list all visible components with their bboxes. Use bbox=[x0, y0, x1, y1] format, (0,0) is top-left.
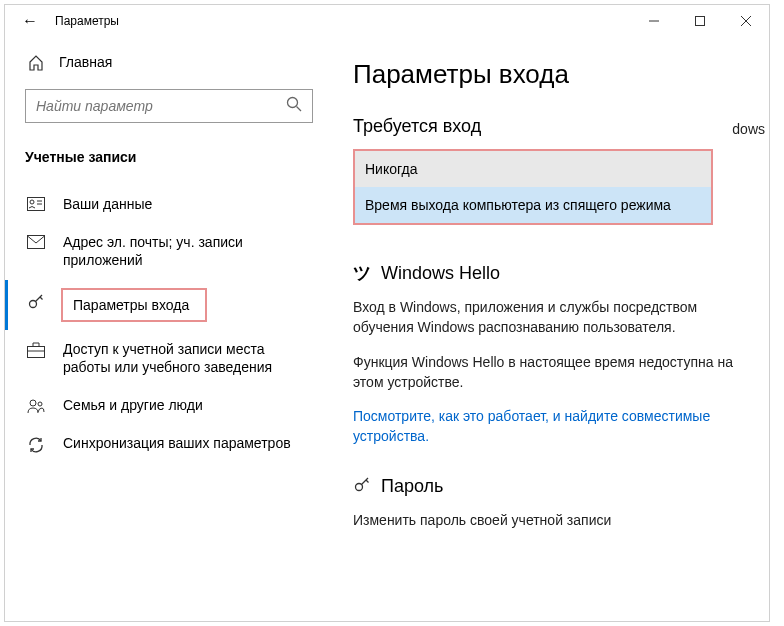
hello-learn-more-link[interactable]: Посмотрите, как это работает, и найдите … bbox=[353, 406, 749, 447]
svg-point-17 bbox=[38, 402, 42, 406]
home-link[interactable]: Главная bbox=[27, 53, 333, 71]
password-heading-text: Пароль bbox=[381, 476, 443, 497]
obscured-text: dows bbox=[732, 121, 765, 137]
sidebar-section-title: Учетные записи bbox=[25, 149, 333, 165]
close-button[interactable] bbox=[723, 5, 769, 37]
nav-label: Доступ к учетной записи места работы или… bbox=[63, 340, 313, 376]
sync-icon bbox=[27, 436, 45, 454]
home-icon bbox=[27, 55, 45, 71]
signin-required-dropdown[interactable]: dows Никогда Время выхода компьютера из … bbox=[353, 149, 713, 225]
highlighted-nav: Параметры входа bbox=[61, 288, 207, 322]
nav-label: Ваши данные bbox=[63, 195, 152, 213]
windows-hello-heading: ツ Windows Hello bbox=[353, 261, 749, 285]
svg-point-4 bbox=[288, 98, 298, 108]
key-icon bbox=[353, 475, 371, 498]
nav-label: Семья и другие люди bbox=[63, 396, 203, 414]
sidebar-item-signin-options[interactable]: Параметры входа bbox=[5, 280, 333, 330]
briefcase-icon bbox=[27, 342, 45, 358]
sidebar-item-work-access[interactable]: Доступ к учетной записи места работы или… bbox=[25, 330, 333, 386]
maximize-button[interactable] bbox=[677, 5, 723, 37]
password-section: Пароль Изменить пароль своей учетной зап… bbox=[353, 475, 749, 530]
password-description: Изменить пароль своей учетной записи bbox=[353, 510, 749, 530]
settings-window: ← Параметры Главная bbox=[4, 4, 770, 622]
search-input[interactable] bbox=[36, 98, 286, 114]
sidebar-item-family[interactable]: Семья и другие люди bbox=[25, 386, 333, 424]
sidebar-item-email-accounts[interactable]: Адрес эл. почты; уч. записи приложений bbox=[25, 223, 333, 279]
hello-heading-text: Windows Hello bbox=[381, 263, 500, 284]
minimize-button[interactable] bbox=[631, 5, 677, 37]
svg-point-16 bbox=[30, 400, 36, 406]
sidebar-item-your-info[interactable]: Ваши данные bbox=[25, 185, 333, 223]
key-icon bbox=[27, 292, 45, 310]
search-box[interactable] bbox=[25, 89, 313, 123]
page-title: Параметры входа bbox=[353, 59, 749, 90]
svg-point-11 bbox=[30, 300, 37, 307]
home-label: Главная bbox=[59, 54, 112, 70]
main-panel: Параметры входа Требуется вход dows Нико… bbox=[333, 37, 769, 621]
sidebar-item-sync[interactable]: Синхронизация ваших параметров bbox=[25, 424, 333, 464]
titlebar: ← Параметры bbox=[5, 5, 769, 37]
svg-rect-10 bbox=[28, 236, 45, 249]
smiley-icon: ツ bbox=[353, 261, 371, 285]
password-heading: Пароль bbox=[353, 475, 749, 498]
signin-required-section: Требуется вход dows Никогда Время выхода… bbox=[353, 116, 749, 225]
svg-line-5 bbox=[297, 107, 302, 112]
svg-rect-14 bbox=[28, 346, 45, 357]
search-icon bbox=[286, 96, 302, 116]
svg-line-13 bbox=[40, 297, 43, 300]
nav-label: Синхронизация ваших параметров bbox=[63, 434, 291, 452]
svg-point-7 bbox=[30, 200, 34, 204]
dropdown-option-wake[interactable]: Время выхода компьютера из спящего режим… bbox=[355, 187, 711, 223]
id-card-icon bbox=[27, 197, 45, 211]
hello-unavailable: Функция Windows Hello в настоящее время … bbox=[353, 352, 749, 393]
svg-line-20 bbox=[366, 480, 369, 483]
back-button[interactable]: ← bbox=[15, 12, 45, 30]
people-icon bbox=[27, 398, 45, 414]
window-title: Параметры bbox=[55, 14, 119, 28]
dropdown-option-never[interactable]: Никогда bbox=[355, 151, 711, 187]
nav-label: Адрес эл. почты; уч. записи приложений bbox=[63, 233, 313, 269]
signin-required-heading: Требуется вход bbox=[353, 116, 749, 137]
windows-hello-section: ツ Windows Hello Вход в Windows, приложен… bbox=[353, 261, 749, 447]
svg-rect-1 bbox=[696, 17, 705, 26]
sidebar: Главная Учетные записи Ваши данные А bbox=[5, 37, 333, 621]
svg-point-18 bbox=[356, 483, 363, 490]
mail-icon bbox=[27, 235, 45, 249]
content-area: Главная Учетные записи Ваши данные А bbox=[5, 37, 769, 621]
hello-description: Вход в Windows, приложения и службы поср… bbox=[353, 297, 749, 338]
nav-label: Параметры входа bbox=[73, 297, 189, 313]
